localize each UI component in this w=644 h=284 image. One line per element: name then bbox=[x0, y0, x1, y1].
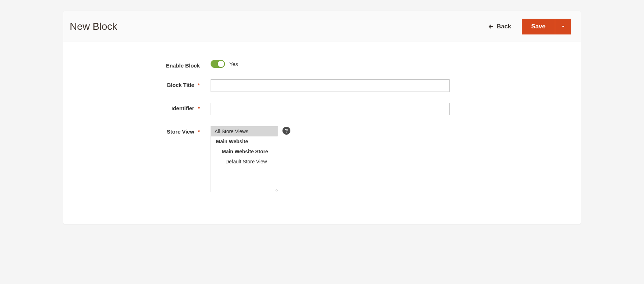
header-actions: Back Save bbox=[484, 19, 571, 34]
enable-block-row: Enable Block Yes bbox=[78, 60, 566, 69]
store-view-label: Store View * bbox=[78, 126, 211, 135]
store-view-row: Store View * All Store Views Main Websit… bbox=[78, 126, 566, 192]
form-area: Enable Block Yes Block Title * Identifie… bbox=[63, 42, 581, 224]
toggle-knob bbox=[218, 61, 224, 67]
enable-block-label: Enable Block bbox=[78, 60, 211, 69]
back-button[interactable]: Back bbox=[484, 21, 515, 32]
store-view-select[interactable]: All Store Views Main Website Main Websit… bbox=[211, 126, 278, 192]
identifier-row: Identifier * bbox=[78, 103, 566, 115]
required-star: * bbox=[198, 129, 200, 135]
chevron-down-icon bbox=[561, 24, 565, 29]
back-button-label: Back bbox=[497, 23, 511, 30]
required-star: * bbox=[198, 106, 200, 111]
block-title-label: Block Title * bbox=[78, 79, 211, 88]
store-option-main-website-store[interactable]: Main Website Store bbox=[211, 146, 278, 157]
page-title: New Block bbox=[70, 21, 117, 32]
required-star: * bbox=[198, 82, 200, 88]
identifier-label: Identifier * bbox=[78, 103, 211, 111]
block-title-input[interactable] bbox=[211, 79, 450, 92]
enable-block-value: Yes bbox=[229, 61, 238, 67]
arrow-left-icon bbox=[487, 24, 493, 29]
save-button-group: Save bbox=[522, 19, 571, 34]
help-icon[interactable]: ? bbox=[282, 127, 290, 135]
panel-header: New Block Back Save bbox=[63, 11, 581, 42]
store-option-default-store-view[interactable]: Default Store View bbox=[211, 157, 278, 167]
store-option-all[interactable]: All Store Views bbox=[211, 126, 278, 136]
save-dropdown-button[interactable] bbox=[555, 19, 571, 34]
identifier-input[interactable] bbox=[211, 103, 450, 115]
save-button[interactable]: Save bbox=[522, 19, 555, 34]
block-title-row: Block Title * bbox=[78, 79, 566, 92]
enable-block-toggle[interactable] bbox=[211, 60, 225, 68]
new-block-panel: New Block Back Save bbox=[63, 11, 581, 224]
store-option-main-website[interactable]: Main Website bbox=[211, 136, 278, 146]
